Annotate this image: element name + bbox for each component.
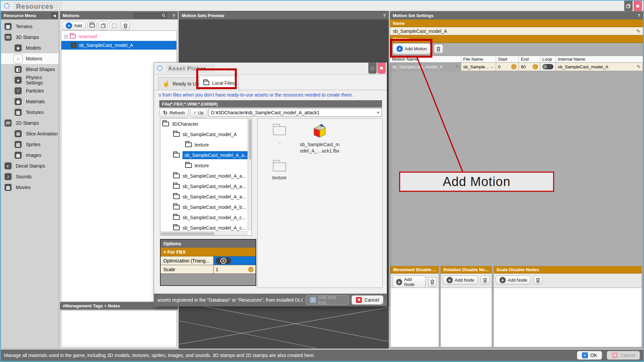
dialog-maximize-button[interactable]: □ [368,63,377,74]
add-node-button[interactable]: +Add Node [392,276,426,288]
sidebar-item-movies[interactable]: ▥Movies [1,182,58,193]
delete-button[interactable] [121,21,130,30]
rotation-disable-list[interactable] [441,288,492,347]
tree-row[interactable]: sb_SampleCast_model_A [160,129,252,139]
management-tags-notes-box[interactable] [61,310,177,347]
horizontal-scrollbar[interactable] [160,231,248,235]
folder-icon [273,126,286,135]
dialog-close-button[interactable]: ✖ [377,63,386,74]
end-frame-field[interactable]: 60 ↕ [519,63,540,71]
spinner-icon[interactable]: ↕ [511,64,517,69]
asset-picker-footer: assets registered in the "Database" or "… [154,294,387,306]
motions-table-header: Motion Name File Name Start End Loop Int… [390,56,643,63]
add-node-button[interactable]: +Add Node [496,276,531,285]
tree-row[interactable]: sb_SampleCast_model_A_a... [160,181,252,191]
plus-icon: + [499,277,506,283]
dialog-cancel-button[interactable]: ✖ Cancel [352,295,383,305]
settings-help-button[interactable]: ? [638,13,640,18]
sidebar-item-materials[interactable]: ◉Materials [1,96,58,107]
optimization-toggle[interactable]: 0 [216,257,231,264]
add-motion-button[interactable]: + Add Motion [393,43,431,54]
delete-node-button[interactable] [481,276,490,285]
sidebar-item-sprites[interactable]: ▤Sprites [1,139,58,150]
footer-text: assets registered in the "Database" or "… [157,297,303,303]
up-button[interactable]: ↑ Up [190,108,207,117]
tab-local-files[interactable]: Local Files [199,76,239,90]
scale-field[interactable]: 1 ↕ [214,265,256,274]
add-folder-button[interactable] [88,21,97,30]
maximize-button[interactable] [624,1,633,11]
expander-icon[interactable]: + [64,35,68,39]
sidebar-item-blend-shapes[interactable]: ◧Blend Shapes [1,64,58,75]
parent-folder-item[interactable]: .. [268,126,291,144]
slice-animation-icon: ⊞ [14,129,22,138]
sidebar-item-3d-stamps[interactable]: 3D3D Stamps [1,32,58,43]
paste-button[interactable] [110,21,119,30]
tree-row[interactable]: texture [160,160,252,171]
tree-row[interactable]: sb_SampleCast_model_A_a... [160,191,252,202]
tree-row-selected[interactable]: sb_SampleCast_model_A_a... [160,150,252,160]
ok-button[interactable]: ✔ OK [577,351,602,360]
folder-icon [185,163,192,168]
motion-name-cell[interactable]: sb_SampleCast_model_A ✎ [390,63,461,71]
preview-panel-header: Motion Sets Preview ? [179,11,388,19]
refresh-button[interactable]: ↻ Refresh [159,108,189,117]
sidebar-item-models[interactable]: ☻Models [1,43,58,53]
fbx-file-item[interactable]: sb_SampleCast_m odel_A_…ack1.fbx [294,122,345,154]
edit-pencil-icon[interactable]: ✎ [455,64,459,69]
search-input[interactable] [133,13,167,18]
sidebar-item-physics-settings[interactable]: ●Physics Settings [1,75,58,85]
sidebar-item-sounds[interactable]: ♪Sounds [1,171,58,182]
add-node-button[interactable]: +Add Node [443,276,478,285]
internal-name-cell[interactable]: sb_SampleCast_model_A ✎ [556,63,643,71]
start-frame-field[interactable]: 0 ↕ [496,63,519,71]
chevron-down-icon: ▼ [377,111,380,114]
folder-icon [173,226,180,230]
scale-disable-list[interactable] [494,288,642,347]
thumbs-up-icon: ☝ [162,80,170,87]
texture-folder-item[interactable]: texture [268,162,291,180]
add-and-exit-button[interactable]: ✔ Add and Exit [306,295,349,305]
sidebar-item-terrains[interactable]: ▦Terrains [1,21,58,32]
for-fbx-group-header[interactable]: > For FBX [161,248,256,256]
resize-grip[interactable] [381,301,386,305]
tree-row[interactable]: sb_SampleCast_model_A_a... [160,171,252,181]
edit-pencil-icon[interactable]: ✎ [636,28,640,34]
collapse-sidebar-button[interactable]: ◀ [51,12,57,18]
tree-row[interactable]: texture [160,139,252,150]
file-name-cell[interactable]: sb_Sample... → [461,63,496,71]
loop-toggle[interactable] [542,64,553,69]
spinner-icon[interactable]: ↕ [533,64,538,69]
sidebar-item-textures[interactable]: ▨Textures [1,107,58,118]
sidebar-item-particles[interactable]: ∵Particles [1,85,58,96]
movement-disable-list[interactable] [390,288,439,347]
file-link-arrow-icon[interactable]: → [489,64,494,69]
motions-help-button[interactable]: ? [172,13,175,18]
name-field[interactable]: sb_SampleCast_model_A ✎ [390,27,643,35]
sidebar-item-images[interactable]: ▣Images [1,150,58,161]
sidebar-item-slice-animation[interactable]: ⊞Slice Animation [1,128,58,139]
spinner-icon[interactable]: ↕ [248,267,254,272]
delete-node-button[interactable] [428,278,437,287]
tree-row[interactable]: 3DCharacter [160,119,252,129]
sidebar-item-motions[interactable]: ∴Motions [1,53,58,64]
add-motion-set-button[interactable]: + Add [62,21,86,30]
close-button[interactable]: ✖ [634,1,642,11]
preview-grid-lines [179,301,388,348]
asset-picker-titlebar[interactable]: Asset Picker □ ✖ [154,63,387,75]
tab-ready-to-use[interactable]: ☝ Ready to Use [158,77,205,90]
edit-pencil-icon[interactable]: ✎ [637,64,641,69]
tree-row-reserved[interactable]: + reserved [61,32,176,41]
delete-node-button[interactable] [534,276,543,285]
preview-help-button[interactable]: ? [383,13,386,18]
sidebar-item-decal-stamps[interactable]: ◐Decal Stamps [1,161,58,171]
tree-row[interactable]: sb_SampleCast_model_A_b... [160,202,252,212]
tree-row-motion-set[interactable]: ∴ sb_SampleCast_model_A [61,41,176,50]
path-dropdown[interactable]: D:¥3DCharacter¥sb_SampleCast_model_A_att… [209,108,382,117]
duplicate-button[interactable] [99,21,108,30]
sidebar-item-2d-stamps[interactable]: 2D2D Stamps [1,118,58,128]
delete-motion-button[interactable] [434,44,443,53]
tree-row[interactable]: sb_SampleCast_model_A_c... [160,212,252,223]
cancel-button[interactable]: ✖ Cancel [607,351,640,360]
vertical-scrollbar[interactable] [248,119,252,231]
